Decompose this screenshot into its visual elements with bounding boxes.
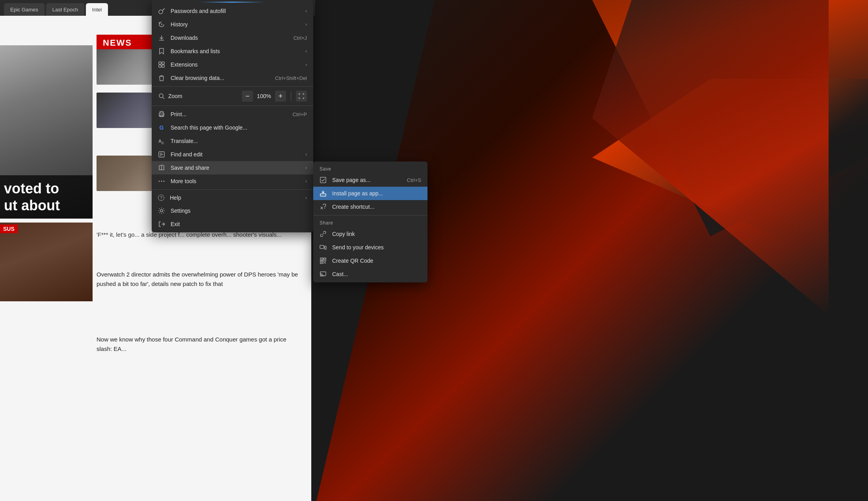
tab-last-epoch[interactable]: Last Epoch [46,3,84,16]
save-page-icon [320,176,327,184]
install-icon [320,190,327,197]
svg-point-24 [160,210,163,212]
zoom-increase-button[interactable]: + [275,91,286,102]
svg-point-22 [161,181,162,182]
menu-item-find[interactable]: Find and edit › [152,148,313,161]
submenu-save-page-as[interactable]: Save page as... Ctrl+S [313,173,427,187]
bookmarks-arrow: › [305,48,307,54]
menu-item-save-share[interactable]: Save and share › [152,161,313,174]
trash-icon [158,74,165,82]
translate-icon: A あ [158,137,165,145]
submenu-copy-link[interactable]: Copy link [313,227,427,241]
help-icon: ? [158,195,164,201]
save-share-arrow: › [305,165,307,171]
download-icon [158,34,165,41]
menu-item-search-google[interactable]: G Search this page with Google... [152,121,313,134]
menu-item-exit[interactable]: Exit [152,217,313,231]
clear-label: Clear browsing data... [171,75,270,81]
menu-item-translate[interactable]: A あ Translate... [152,134,313,148]
clear-shortcut: Ctrl+Shift+Del [275,75,307,81]
submenu-qr-code[interactable]: Create QR Code [313,254,427,267]
zoom-label: Zoom [168,93,239,99]
google-icon: G [158,124,165,131]
svg-line-2 [164,9,164,10]
svg-rect-5 [159,62,161,64]
svg-rect-40 [325,261,326,262]
menu-item-clear[interactable]: Clear browsing data... Ctrl+Shift+Del [152,71,313,85]
menu-item-more-tools[interactable]: More tools › [152,174,313,188]
svg-rect-41 [324,262,325,263]
passwords-label: Passwords and autofill [171,8,300,14]
article-image-3 [97,156,152,191]
save-share-label: Save and share [171,165,300,171]
zoom-fullscreen-button[interactable] [296,91,307,102]
svg-point-23 [164,181,165,182]
article-image-1 [97,49,152,85]
menu-item-history[interactable]: History › [152,18,313,31]
send-icon [320,244,327,251]
history-icon [158,21,165,28]
submenu-install-app[interactable]: Install page as app... [313,187,427,200]
article-text-3: Now we know why those four Command and C… [97,335,301,354]
voted-overlay: voted to ut about [0,175,93,219]
passwords-arrow: › [305,8,307,14]
svg-rect-43 [325,263,326,263]
bottom-left-image [0,223,93,301]
bookmark-icon [158,48,165,55]
search-google-label: Search this page with Google... [171,124,307,131]
find-label: Find and edit [171,151,300,158]
help-label: Help [170,195,300,201]
save-page-as-label: Save page as... [332,177,370,183]
divider-3 [152,189,313,190]
svg-rect-31 [325,246,326,249]
svg-point-9 [159,94,163,98]
extension-icon [158,61,165,68]
shortcut-icon [320,203,327,210]
save-section-label: Save [313,163,427,173]
scroll-hint [152,2,313,3]
svg-rect-6 [162,62,164,64]
divider-2 [152,106,313,106]
print-label: Print... [171,111,287,117]
save-share-submenu: Save Save page as... Ctrl+S Install page… [313,161,427,282]
menu-item-settings[interactable]: Settings [152,204,313,217]
svg-rect-27 [320,194,326,196]
submenu-create-shortcut[interactable]: Create shortcut... [313,200,427,213]
submenu-divider-1 [313,215,427,215]
asus-badge: SUS [0,225,18,233]
menu-item-passwords[interactable]: Passwords and autofill › [152,4,313,18]
menu-item-help[interactable]: ? Help › [152,191,313,204]
menu-item-downloads[interactable]: Downloads Ctrl+J [152,31,313,45]
svg-rect-38 [321,262,322,263]
zoom-decrease-button[interactable]: − [242,91,253,102]
submenu-cast[interactable]: Cast... [313,267,427,281]
menu-item-bookmarks[interactable]: Bookmarks and lists › [152,45,313,58]
print-shortcut: Ctrl+P [293,111,307,117]
svg-rect-12 [160,115,163,117]
help-arrow: › [305,195,307,200]
submenu-send-devices[interactable]: Send to your devices [313,241,427,254]
cast-icon [320,271,327,278]
tab-intel[interactable]: Intel [86,3,108,16]
zoom-icon [158,93,165,100]
translate-label: Translate... [171,138,307,144]
svg-rect-39 [323,261,324,262]
tab-epic-games[interactable]: Epic Games [4,3,45,16]
downloads-shortcut: Ctrl+J [294,35,307,41]
save-share-icon [158,164,165,171]
history-arrow: › [305,22,307,27]
find-icon [158,151,165,158]
svg-line-10 [163,97,164,99]
extensions-arrow: › [305,62,307,67]
qr-code-label: Create QR Code [332,258,373,264]
menu-item-print[interactable]: Print... Ctrl+P [152,108,313,121]
save-page-shortcut: Ctrl+S [407,177,421,183]
more-tools-icon [158,178,165,185]
zoom-row: Zoom − 100% + [152,88,313,104]
share-section-label: Share [313,217,427,227]
svg-rect-30 [320,245,324,249]
settings-label: Settings [171,208,307,214]
key-icon [158,7,165,15]
cast-label: Cast... [332,271,348,277]
menu-item-extensions[interactable]: Extensions › [152,58,313,71]
